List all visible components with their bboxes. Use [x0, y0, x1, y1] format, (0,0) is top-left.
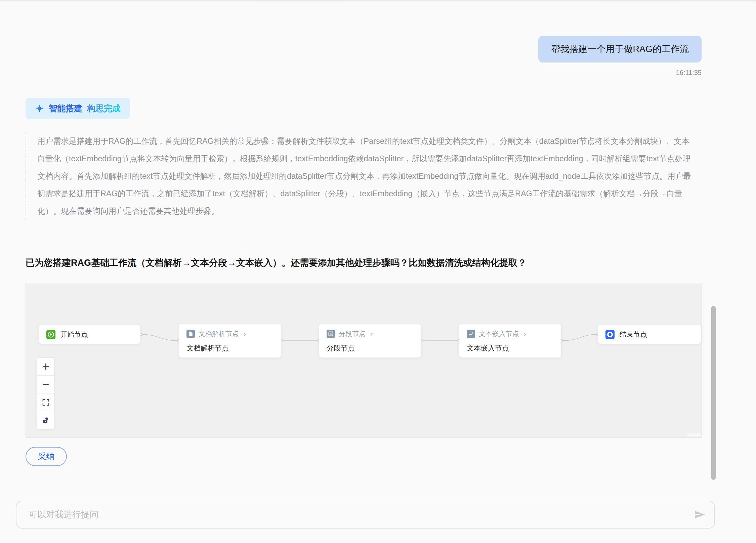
workflow-canvas[interactable]: 开始节点 文档解析节点 › 文档解析节点	[26, 283, 702, 438]
node-title: 分段节点	[327, 343, 355, 353]
top-divider	[0, 0, 756, 2]
document-icon	[186, 330, 195, 338]
assistant-answer: 已为您搭建RAG基础工作流（文档解析→文本分段→文本嵌入）。还需要添加其他处理步…	[26, 256, 718, 269]
node-start[interactable]: 开始节点	[39, 325, 140, 344]
chevron-right-icon: ›	[370, 331, 373, 337]
zoom-out-button[interactable]: −	[37, 376, 54, 393]
chat-input[interactable]	[29, 501, 684, 528]
sparkle-icon	[35, 104, 44, 113]
node-end[interactable]: 结束节点	[598, 325, 701, 344]
node-text-embedding[interactable]: 文本嵌入节点 › 文本嵌入节点	[459, 324, 561, 358]
badge-status: 构思完成	[87, 103, 121, 114]
zoom-in-button[interactable]: +	[37, 358, 54, 376]
page-scrollbar[interactable]	[711, 306, 716, 480]
record-icon	[605, 330, 615, 339]
node-header[interactable]: 分段节点 ›	[327, 329, 373, 338]
plus-icon: +	[42, 360, 49, 374]
fit-view-button[interactable]	[37, 393, 54, 411]
badge-title: 智能搭建	[49, 103, 82, 114]
workflow-edges	[26, 283, 702, 438]
composer	[16, 501, 715, 529]
node-label: 结束节点	[620, 330, 647, 339]
node-header-label: 文档解析节点	[199, 329, 239, 338]
adopt-button[interactable]: 采纳	[26, 447, 67, 466]
node-title: 文档解析节点	[186, 343, 229, 353]
lock-toggle-button[interactable]	[37, 411, 54, 429]
user-message-bubble: 帮我搭建一个用于做RAG的工作流	[538, 36, 702, 62]
chevron-right-icon: ›	[243, 331, 246, 337]
chevron-right-icon: ›	[523, 331, 526, 337]
node-title: 文本嵌入节点	[467, 343, 509, 353]
split-icon	[327, 330, 335, 338]
thinking-text: 用户需求是搭建用于RAG的工作流，首先回忆RAG相关的常见步骤：需要解析文件获取…	[26, 132, 694, 220]
trend-up-icon	[467, 330, 475, 338]
chat-page: 帮我搭建一个用于做RAG的工作流 16:11:35 智能搭建 构思完成 用户需求…	[0, 0, 756, 543]
canvas-controls: + −	[37, 358, 55, 429]
node-header-label: 文本嵌入节点	[479, 329, 519, 338]
node-header[interactable]: 文档解析节点 ›	[186, 329, 246, 338]
minus-icon: −	[42, 377, 49, 391]
fit-view-icon	[42, 399, 50, 406]
node-header-label: 分段节点	[339, 329, 366, 338]
node-header[interactable]: 文本嵌入节点 ›	[467, 329, 526, 338]
message-timestamp: 16:11:35	[676, 69, 702, 77]
unlock-icon	[42, 416, 50, 424]
node-label: 开始节点	[60, 330, 88, 339]
node-doc-parse[interactable]: 文档解析节点 › 文档解析节点	[179, 324, 281, 358]
send-icon[interactable]	[694, 510, 706, 519]
canvas-horizontal-scrollbar[interactable]	[687, 433, 701, 436]
smart-build-status-badge[interactable]: 智能搭建 构思完成	[26, 98, 130, 119]
play-icon	[46, 330, 55, 339]
node-splitter[interactable]: 分段节点 › 分段节点	[319, 324, 421, 358]
